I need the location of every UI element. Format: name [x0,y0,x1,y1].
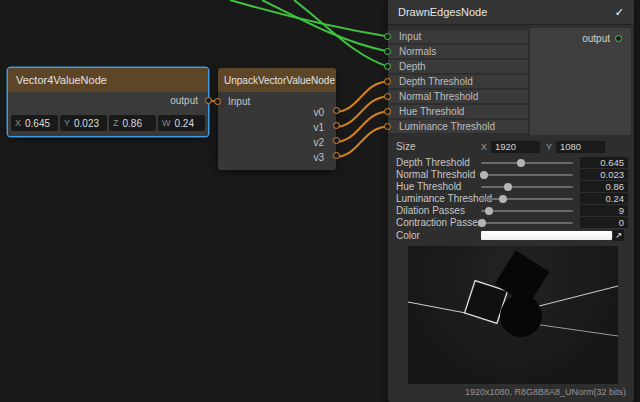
node-title[interactable]: Vector4ValueNode [8,68,208,92]
node-title[interactable]: UnpackVectorValueNode [218,68,336,92]
depth-threshold-port-label: Depth Threshold [399,76,473,87]
luminance-threshold-row: Luminance Threshold 0.24 [388,193,634,205]
luminance-threshold-label: Luminance Threshold [396,193,492,205]
size-row: Size X 1920 Y 1080 [388,141,634,153]
port-row-luminance-threshold: Luminance Threshold [388,120,528,133]
v2-port-label: v2 [313,137,324,148]
y-field[interactable]: Y 0.023 [60,115,107,131]
y-field-value: 0.023 [74,118,99,129]
hue-threshold-label: Hue Threshold [396,181,461,193]
port-row-v3: v3 [313,151,324,164]
normal-threshold-slider[interactable] [481,174,573,176]
hue-threshold-value[interactable]: 0.86 [580,181,628,192]
vector-fields: X 0.645 Y 0.023 Z 0.86 W 0.24 [11,115,205,131]
v1-port-label: v1 [313,122,324,133]
size-y-field[interactable]: 1080 [556,141,605,153]
hue-threshold-handle[interactable] [504,183,512,191]
normal-threshold-handle[interactable] [480,171,488,179]
sphere-silhouette [500,295,542,337]
size-y-label: Y [546,141,552,153]
unpack-vector-value-node[interactable]: UnpackVectorValueNode Input v0 v1 v2 v3 [218,68,336,170]
output-port[interactable] [615,35,622,42]
depth-port[interactable] [384,63,391,70]
v0-port[interactable] [333,107,340,114]
output-port-label: output [582,33,610,44]
luminance-threshold-handle[interactable] [499,195,507,203]
dilation-passes-handle[interactable] [485,207,493,215]
w-field-value: 0.24 [175,118,194,129]
depth-threshold-slider[interactable] [481,162,573,164]
depth-threshold-label: Depth Threshold [396,157,470,169]
luminance-threshold-slider[interactable] [481,198,573,200]
x-field-label: X [15,118,21,128]
node-body: Input v0 v1 v2 v3 [218,92,336,170]
normals-port[interactable] [384,48,391,55]
color-swatch[interactable] [481,231,612,240]
graph-canvas[interactable]: Vector4ValueNode output X 0.645 Y 0.023 … [0,0,640,402]
color-label: Color [396,230,420,242]
v0-port-label: v0 [313,107,324,118]
contraction-passes-row: Contraction Passes 0 [388,217,634,229]
depth-port-label: Depth [399,61,426,72]
dilation-passes-value[interactable]: 9 [580,205,628,216]
hue-threshold-row: Hue Threshold 0.86 [388,181,634,193]
z-field[interactable]: Z 0.86 [109,115,156,131]
input-port[interactable] [384,33,391,40]
input-port-label: Input [399,31,421,42]
check-icon[interactable]: ✓ [615,6,624,19]
v3-port[interactable] [333,152,340,159]
node-title: DrawnEdgesNode [398,6,487,18]
contraction-passes-label: Contraction Passes [396,217,483,229]
normal-threshold-row: Normal Threshold 0.023 [388,169,634,181]
contraction-passes-slider[interactable] [481,222,573,224]
port-row-v1: v1 [313,121,324,134]
port-row-depth-threshold: Depth Threshold [388,75,528,88]
depth-threshold-handle[interactable] [517,159,525,167]
depth-threshold-port[interactable] [384,78,391,85]
preview-render [408,246,618,384]
luminance-threshold-port-label: Luminance Threshold [399,121,495,132]
depth-threshold-value[interactable]: 0.645 [580,157,628,168]
node-body: output X 0.645 Y 0.023 Z 0.86 W 0.24 [8,92,208,136]
w-field[interactable]: W 0.24 [158,115,205,131]
node-title-bar[interactable]: DrawnEdgesNode ✓ [388,0,634,25]
w-field-label: W [162,118,171,128]
contraction-passes-handle[interactable] [478,219,486,227]
z-field-label: Z [113,118,119,128]
hue-threshold-port-label: Hue Threshold [399,106,464,117]
luminance-threshold-port[interactable] [384,123,391,130]
depth-threshold-row: Depth Threshold 0.645 [388,157,634,169]
luminance-threshold-value[interactable]: 0.24 [580,193,628,204]
port-row-input: Input [388,30,528,43]
port-row-depth: Depth [388,60,528,73]
size-x-field[interactable]: 1920 [491,141,540,153]
contraction-passes-value[interactable]: 0 [580,217,628,228]
x-field-value: 0.645 [25,118,50,129]
output-port-label: output [170,95,198,106]
drawn-edges-node[interactable]: DrawnEdgesNode ✓ Input Normals Depth Dep… [388,0,634,402]
dilation-passes-label: Dilation Passes [396,205,465,217]
hue-threshold-port[interactable] [384,108,391,115]
normal-threshold-label: Normal Threshold [396,169,475,181]
expand-icon[interactable]: ↗ [613,230,624,241]
output-port[interactable] [205,97,212,104]
dilation-passes-slider[interactable] [481,210,573,212]
port-row-v0: v0 [313,106,324,119]
x-field[interactable]: X 0.645 [11,115,58,131]
v1-port[interactable] [333,122,340,129]
port-row-normals: Normals [388,45,528,58]
normal-threshold-value[interactable]: 0.023 [580,169,628,180]
z-field-value: 0.86 [123,118,142,129]
size-x-label: X [481,141,487,153]
port-row-v2: v2 [313,136,324,149]
wire-input[interactable] [230,0,388,37]
vector4-value-node[interactable]: Vector4ValueNode output X 0.645 Y 0.023 … [8,68,208,136]
output-port-row: output [582,33,622,44]
normal-threshold-port[interactable] [384,93,391,100]
v2-port[interactable] [333,137,340,144]
input-port[interactable] [214,98,221,105]
color-row: Color ↗ [388,230,634,242]
output-port-row: output [170,95,198,106]
hue-threshold-slider[interactable] [481,186,573,188]
size-label: Size [396,141,415,153]
